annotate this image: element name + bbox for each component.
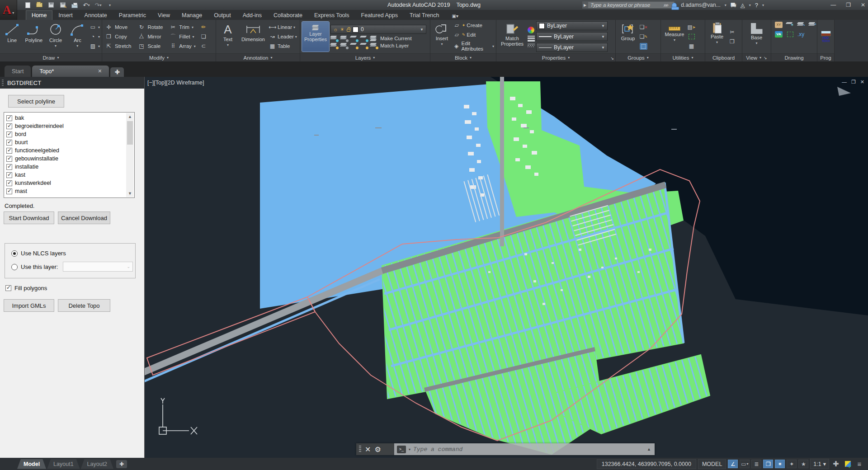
color-wheel-icon[interactable] [528,27,534,33]
new-layout-button[interactable]: ✚ [116,460,127,468]
quick-select-button[interactable]: ▤➤ [688,24,695,31]
tab-express-tools[interactable]: Express Tools [309,11,355,20]
checkbox-checked[interactable] [5,285,11,291]
signed-in-user[interactable]: d.adams@van... [681,2,721,8]
leader-button[interactable]: ↝Leader▾ [269,33,297,40]
paste-button[interactable]: Paste ▾ [707,22,727,52]
start-download-button[interactable]: Start Download [4,212,54,224]
radio-selected[interactable] [11,250,18,257]
app-store-cart-icon[interactable]: ⛟ [731,2,736,9]
checkbox-checked[interactable] [6,156,12,162]
groups-panel-title[interactable]: Groups▾ [616,53,660,61]
ortho-mode-icon[interactable]: ∠ [728,460,738,468]
import-gmls-button[interactable]: Import GMLs [4,299,54,312]
prog-panel-title[interactable]: Prog [817,53,834,61]
rotate-tool-button[interactable]: ↻Rotate [137,24,164,31]
tab-trial-trench[interactable]: Trial Trench [404,11,445,20]
chevron-down-icon[interactable]: ▾ [749,3,751,7]
layer-unlock-icon[interactable] [350,43,357,48]
view-dialog-launcher-icon[interactable]: ↘ [764,56,767,60]
clipboard-panel-title[interactable]: Clipboard [705,53,742,61]
drawing-viewport[interactable]: [−][Top][2D Wireframe] — ❐ ✕ ✕ ⚙ [145,77,868,458]
dynamic-input-icon[interactable]: ❐ [763,460,773,468]
ungroup-button[interactable]: ❏✕ [640,24,647,31]
layer-arrow-up-icon[interactable]: ↗ [809,21,816,28]
tab-output[interactable]: Output [208,11,236,20]
layout2-tab[interactable]: Layout2 [81,459,113,469]
command-bar[interactable]: ✕ ⚙ >_ ▾ ▲ [356,443,655,455]
layout1-tab[interactable]: Layout1 [47,459,80,469]
command-input[interactable] [413,446,644,453]
group-button[interactable]: Group [618,22,638,52]
ellipse-tool-button[interactable]: ◔▾ [89,33,100,40]
tab-featured-apps[interactable]: Featured Apps [356,11,403,20]
xy-command-button[interactable]: .xy [797,31,804,38]
rectangle-tool-button[interactable]: ▭▾ [89,24,100,31]
scroll-down-icon[interactable]: ▼ [126,190,134,197]
tab-insert[interactable]: Insert [53,11,78,20]
use-this-layer-option[interactable]: Use this layer: [11,263,58,270]
save-as-button[interactable] [59,1,67,9]
layer-checkbox-list[interactable]: bak begroeidterreindeel bord buurt funct… [4,112,135,198]
line-tool-button[interactable]: Line [2,22,22,52]
tab-collaborate[interactable]: Collaborate [268,11,308,20]
properties-panel-title[interactable]: Properties▾ [496,53,615,61]
list-scrollbar[interactable]: ▲ ▼ [126,113,134,197]
scroll-up-icon[interactable]: ▲ [126,113,134,120]
match-layer-icon[interactable] [370,43,377,48]
ribbon-collapse-icon[interactable]: ▣▾ [452,14,458,19]
linetype-dropdown[interactable]: ByLayer▼ [536,43,608,52]
arc-tool-button[interactable]: Arc ▾ [67,22,88,52]
checkbox-checked[interactable] [6,115,12,121]
user-avatar-icon[interactable] [672,3,677,8]
tab-add-ins[interactable]: Add-ins [237,11,267,20]
circle-tool-button[interactable]: Circle ▾ [46,22,66,52]
autodesk-account-icon[interactable]: ◬ [741,2,745,9]
new-file-button[interactable] [24,1,32,9]
vp-restore-button[interactable]: ❐ [851,79,856,85]
modify-panel-title[interactable]: Modify▾ [102,53,216,61]
tab-annotate[interactable]: Annotate [79,11,113,20]
checkbox-checked[interactable] [6,172,12,178]
properties-dialog-launcher-icon[interactable]: ↘ [610,56,614,61]
app-menu-button[interactable]: A▾ [0,0,17,20]
erase-tool-button[interactable]: ✏ [200,24,208,31]
cancel-download-button[interactable]: Cancel Download [58,212,110,224]
file-tab-start[interactable]: Start [5,66,31,77]
viewport-controls-label[interactable]: [−][Top][2D Wireframe] [147,80,204,86]
chevron-down-icon[interactable]: ▾ [762,3,764,7]
group-edit-button[interactable]: ❏✎ [640,33,647,40]
checkbox-checked[interactable] [6,140,12,146]
use-nlcs-layers-option[interactable]: Use NLCS layers [11,250,66,257]
radio-unselected[interactable] [11,264,18,270]
checkbox-checked[interactable] [6,132,12,137]
vp-minimize-button[interactable]: — [842,79,847,85]
model-tab[interactable]: Model [17,459,46,469]
layer-walk-icon[interactable] [360,43,367,48]
draw-panel-title[interactable]: Draw▾ [0,53,102,61]
checkbox-checked[interactable] [6,188,12,194]
copy-clip-button[interactable]: ❐ [728,38,736,45]
model-space-button[interactable]: MODEL [698,459,726,469]
edit-block-button[interactable]: ▱✎Edit [453,31,476,38]
tab-parametric[interactable]: Parametric [113,11,151,20]
file-tab-topo[interactable]: Topo*✕ [32,66,109,77]
minimize-button[interactable]: — [830,2,836,8]
measure-button[interactable]: Measure ▾ [663,22,686,52]
explode-tool-button[interactable]: ❏ [200,33,208,40]
tab-view[interactable]: View [152,11,175,20]
select-objects-icon[interactable] [786,31,794,38]
table-button[interactable]: ▦Table [269,43,297,50]
move-tool-button[interactable]: ✢Move [104,24,132,31]
fill-polygons-option[interactable]: Fill polygons [5,285,47,291]
chevron-down-icon[interactable]: ▾ [409,447,410,451]
restore-button[interactable]: ❐ [846,2,851,8]
close-button[interactable]: ✕ [861,2,865,8]
open-button[interactable] [35,1,43,9]
3d-object-snap-icon[interactable]: ★ [798,460,808,468]
hatch-tool-button[interactable]: ▨▾ [89,43,100,50]
cut-button[interactable]: ✂ [728,28,736,35]
layer-freeze-snowflake-icon[interactable]: ✶ [786,21,794,28]
linetype-icon[interactable] [528,44,535,47]
search-expand-icon[interactable]: ▶ [582,1,588,9]
